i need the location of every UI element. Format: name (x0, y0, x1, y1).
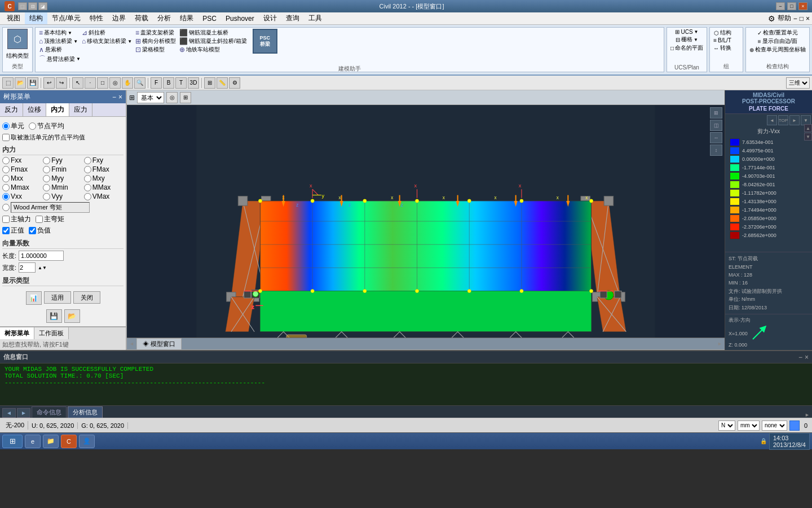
tb-back[interactable]: B (163, 77, 174, 89)
btn-structure-group[interactable]: ⬡ 结构 (714, 29, 731, 37)
radio-fmax[interactable]: Fmax (2, 165, 42, 173)
apply-btn[interactable]: 适用 (44, 291, 71, 304)
cb-principal-force[interactable]: 主轴力 (2, 214, 31, 224)
model-view[interactable]: x y x x x x x x x x (127, 105, 725, 338)
rp-nav-next[interactable]: ► (789, 115, 800, 125)
tb-undo[interactable]: ↩ (43, 77, 55, 89)
btn-blt[interactable]: ≡ B/L/T (713, 37, 731, 43)
btn-rc-cable[interactable]: ⬛ 钢筋混凝土斜拉桥/箱梁 (179, 37, 247, 45)
view-mode-select[interactable]: 三维 平面 (786, 77, 810, 89)
model-tool-btn2[interactable]: ⊞ (180, 92, 191, 103)
radio-fxy[interactable]: Fxy (84, 156, 123, 164)
radio-vyy[interactable]: Vyy (43, 192, 82, 200)
rp-nav-top[interactable]: TOP (778, 115, 788, 125)
lp-load-btn[interactable]: 📂 (64, 309, 80, 323)
rp-scroll-down[interactable]: ▼ (804, 133, 812, 141)
tb-redo[interactable]: ↪ (56, 77, 67, 89)
btn-grid-ucs[interactable]: ⊟ 栅格 ▼ (676, 36, 698, 43)
lp-close-btn[interactable]: × (118, 93, 122, 101)
tb-select[interactable]: ↖ (72, 77, 83, 89)
btn-cantilever[interactable]: ⌒ 悬臂法桥梁 ▼ (39, 54, 81, 64)
menu-design[interactable]: 设计 (259, 12, 281, 24)
info-tab-command[interactable]: 命令信息 (32, 406, 67, 418)
btn-push-bridge[interactable]: ⌂ 顶推法桥梁 ▼ (39, 37, 81, 45)
info-min-btn[interactable]: − (798, 353, 802, 361)
unit2-select[interactable]: none kN (762, 421, 787, 431)
lp-min-btn[interactable]: − (112, 93, 116, 101)
menu-view[interactable]: 视图 (2, 12, 25, 24)
cb-active-avg[interactable]: 取被激活单元的节点平均值 (2, 133, 123, 142)
info-scroll-right[interactable]: ► (805, 412, 810, 418)
radio-vmax[interactable]: VMax (84, 192, 123, 200)
task-btn-ie[interactable]: e (25, 435, 41, 448)
tb-view[interactable]: ◎ (109, 77, 121, 89)
radio-fmmax[interactable]: FMax (84, 165, 123, 173)
close-btn[interactable]: × (798, 2, 807, 10)
radio-mmax[interactable]: Mmax (2, 183, 42, 191)
tab-scroll-right[interactable]: ► (717, 341, 722, 347)
menu-tools[interactable]: 工具 (304, 12, 326, 24)
cb-positive[interactable]: 正值 (2, 226, 24, 235)
cb-principal-moment[interactable]: 主弯矩 (36, 214, 64, 224)
minimize-btn[interactable]: − (776, 2, 785, 10)
tb-fit[interactable]: ⊞ (204, 77, 215, 89)
btn-basic-structure[interactable]: ≡ 基本结构 ▼ (39, 29, 81, 37)
tb-new[interactable]: ⬚ (2, 77, 14, 89)
view-ctrl-btn2[interactable]: ◫ (710, 120, 722, 131)
btn-ucs[interactable]: ⊞ UCS ▼ (675, 29, 698, 35)
cb-negative[interactable]: 负值 (29, 226, 51, 235)
radio-element[interactable]: 单元 (2, 121, 24, 131)
radio-mmmax[interactable]: MMax (84, 183, 123, 191)
tb-node[interactable]: · (85, 77, 96, 89)
length-input[interactable] (19, 251, 64, 261)
menu-boundary[interactable]: 边界 (108, 12, 130, 24)
help-label[interactable]: 帮助 (778, 14, 791, 23)
lp-tab-force[interactable]: 内力 (46, 103, 69, 116)
tb-save[interactable]: 💾 (27, 77, 38, 89)
toolbar-icon2[interactable]: ⊡ (28, 2, 37, 10)
tb-elem[interactable]: □ (97, 77, 108, 89)
menu-property[interactable]: 特性 (85, 12, 108, 24)
btn-cable[interactable]: ∧ 悬索桥 (39, 46, 81, 54)
model-view-select[interactable]: 基本 变形 (137, 92, 164, 103)
menu-pushover[interactable]: Pushover (221, 14, 259, 24)
btn-check-reset[interactable]: ✓ 检查/重置单元 (757, 29, 798, 37)
unit1-select[interactable]: mm m (738, 421, 760, 431)
btn-movable-scaffold[interactable]: ⌂ 移动支架法桥梁 ▼ (82, 37, 132, 45)
maximize-btn[interactable]: □ (787, 2, 796, 10)
tb-measure[interactable]: 📏 (217, 77, 228, 89)
menu-max-btn[interactable]: □ (800, 15, 804, 23)
tb-pan[interactable]: ✋ (122, 77, 133, 89)
radio-mxx[interactable]: Mxx (2, 174, 42, 182)
radio-mmin[interactable]: Mmin (43, 183, 82, 191)
btn-named-plane[interactable]: □ 命名的平面 (670, 44, 703, 52)
btn-rc-slab[interactable]: ⬛ 钢筋混凝土板桥 (179, 29, 247, 37)
lp-save-btn[interactable]: 💾 (46, 309, 62, 323)
info-tab-nav-right[interactable]: ► (17, 408, 30, 418)
menu-min-btn[interactable]: − (793, 15, 797, 23)
btn-subway[interactable]: ⊕ 地铁车站模型 (179, 46, 247, 54)
btn-check-axis[interactable]: ⊕ 检查单元周围坐标轴 (749, 46, 806, 54)
btn-free-edge[interactable]: ≡ 显示自由边/面 (758, 37, 798, 45)
toolbar-icon[interactable]: ⬚ (18, 2, 27, 10)
lp-footer-tab-workspace[interactable]: 工作面板 (34, 327, 69, 339)
btn-transverse[interactable]: ⊞ 横向分析模型 (135, 37, 176, 45)
menu-node-elem[interactable]: 节点/单元 (47, 12, 85, 24)
tb-open[interactable]: 📂 (15, 77, 26, 89)
view-ctrl-btn1[interactable]: ⊞ (710, 107, 722, 119)
settings-icon[interactable]: ⚙ (768, 14, 775, 23)
menu-close-btn[interactable]: × (806, 15, 810, 23)
menu-analysis[interactable]: 分析 (153, 12, 175, 24)
close-btn[interactable]: 关闭 (73, 291, 100, 304)
info-close-btn[interactable]: × (805, 353, 809, 361)
task-btn-user[interactable]: 👤 (79, 435, 95, 448)
btn-convert[interactable]: ↔ 转换 (713, 44, 731, 52)
rp-nav-prev[interactable]: ◄ (767, 115, 777, 125)
radio-fyy[interactable]: Fyy (43, 156, 82, 164)
lp-tab-displacement[interactable]: 位移 (23, 103, 46, 116)
lp-chart-btn[interactable]: 📊 (26, 291, 42, 305)
tb-settings[interactable]: ⚙ (229, 77, 240, 89)
info-tab-analysis[interactable]: 分析信息 (68, 406, 103, 418)
view-ctrl-btn4[interactable]: ↕ (710, 144, 722, 156)
btn-cable-stayed[interactable]: ⊿ 斜拉桥 (82, 29, 132, 37)
